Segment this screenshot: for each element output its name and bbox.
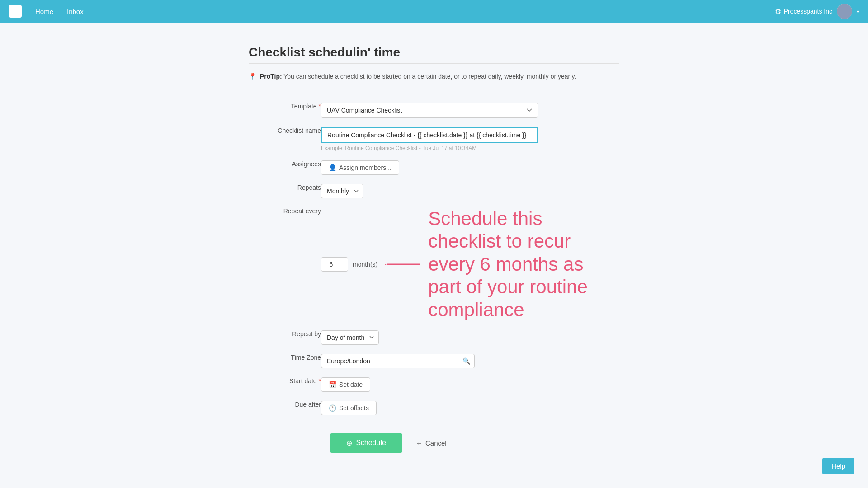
set-offsets-button[interactable]: 🕐 Set offsets [321,401,377,415]
checklist-name-input[interactable] [321,127,538,143]
navbar: Home Inbox ⚙ Processpants Inc ▾ [0,0,868,23]
repeat-every-input[interactable] [321,257,348,272]
repeat-by-input-cell: Day of month Day of week [321,326,619,349]
start-date-label: Start date [289,377,317,385]
due-after-row: Due after 🕐 Set offsets [249,396,619,420]
person-icon: 👤 [329,164,336,171]
cancel-label: Cancel [425,439,447,447]
template-label-cell: Template * [249,98,321,122]
repeat-every-unit: month(s) [353,261,377,268]
timezone-container: 🔍 [321,354,475,368]
due-after-label: Due after [295,401,321,408]
repeat-by-row: Repeat by Day of month Day of week [249,326,619,349]
repeats-label: Repeats [297,184,321,191]
timezone-label-cell: Time Zone [249,349,321,373]
company-icon: ⚙ [775,7,781,16]
checklist-name-example: Example: Routine Compliance Checklist - … [321,145,619,151]
schedule-button[interactable]: ⊕ Schedule [330,433,402,453]
due-after-input-cell: 🕐 Set offsets [321,396,619,420]
repeat-by-select[interactable]: Day of month Day of week [321,330,379,345]
repeat-every-input-cell: month(s) [321,203,619,326]
pro-tip-text: You can schedule a checklist to be start… [283,73,576,80]
schedule-label: Schedule [356,439,386,447]
repeats-select[interactable]: Monthly Never Daily Weekly Yearly [321,184,363,198]
repeat-by-label: Repeat by [292,330,321,338]
assign-members-button[interactable]: 👤 Assign members... [321,160,399,175]
timezone-input-cell: 🔍 [321,349,619,373]
user-avatar[interactable] [837,4,852,19]
repeat-every-label: Repeat every [283,207,321,215]
assign-btn-label: Assign members... [339,164,392,171]
company-name: Processpants Inc [784,8,832,15]
help-button[interactable]: Help [822,458,854,474]
company-name-area: ⚙ Processpants Inc [775,7,832,16]
repeat-every-annotation: month(s) [321,207,619,321]
user-dropdown-arrow[interactable]: ▾ [857,9,859,14]
main-content: Checklist schedulin' time 📍 ProTip: You … [231,23,637,475]
assignees-label: Assignees [292,160,321,168]
repeat-every-group: month(s) [321,257,377,272]
annotation-text: Schedule this checklist to recur every 6… [428,207,619,321]
template-select[interactable]: UAV Compliance Checklist [321,103,538,118]
calendar-icon: 📅 [329,381,336,388]
pro-tip: 📍 ProTip: You can schedule a checklist t… [249,73,619,80]
assignees-label-cell: Assignees [249,156,321,179]
template-label: Template [291,103,317,110]
set-date-button[interactable]: 📅 Set date [321,377,370,392]
checklist-name-row: Checklist name Example: Routine Complian… [249,122,619,156]
search-icon[interactable]: 🔍 [462,357,470,365]
template-input-cell: UAV Compliance Checklist [321,98,619,122]
schedule-icon: ⊕ [346,439,352,447]
repeat-every-label-cell: Repeat every [249,203,321,326]
assignees-row: Assignees 👤 Assign members... [249,156,619,179]
navbar-left: Home Inbox [9,5,84,18]
repeat-by-label-cell: Repeat by [249,326,321,349]
template-row: Template * UAV Compliance Checklist [249,98,619,122]
start-date-input-cell: 📅 Set date [321,373,619,396]
repeats-label-cell: Repeats [249,179,321,203]
page-title: Checklist schedulin' time [249,45,619,60]
repeat-every-row: Repeat every month(s) [249,203,619,326]
assignees-input-cell: 👤 Assign members... [321,156,619,179]
timezone-label: Time Zone [291,354,321,361]
timezone-row: Time Zone 🔍 [249,349,619,373]
timezone-input[interactable] [321,354,475,368]
repeats-input-cell: Monthly Never Daily Weekly Yearly [321,179,619,203]
nav-inbox[interactable]: Inbox [67,8,84,15]
app-logo[interactable] [9,5,22,18]
set-date-label: Set date [339,381,363,388]
start-date-label-cell: Start date * [249,373,321,396]
repeats-row: Repeats Monthly Never Daily Weekly Yearl… [249,179,619,203]
due-after-label-cell: Due after [249,396,321,420]
checklist-name-label: Checklist name [278,127,321,134]
navbar-right: ⚙ Processpants Inc ▾ [775,4,859,19]
start-date-row: Start date * 📅 Set date [249,373,619,396]
action-row: ⊕ Schedule ← Cancel [249,433,619,453]
cancel-button[interactable]: ← Cancel [416,439,447,447]
page-divider [249,63,619,64]
back-arrow-icon: ← [416,439,423,447]
form-table: Template * UAV Compliance Checklist Chec… [249,98,619,420]
nav-home[interactable]: Home [35,8,53,15]
pro-tip-label: ProTip: [260,73,282,80]
set-offsets-label: Set offsets [339,404,369,412]
checklist-name-label-cell: Checklist name [249,122,321,156]
checklist-name-input-cell: Example: Routine Compliance Checklist - … [321,122,619,156]
pro-tip-pin-icon: 📍 [249,73,256,80]
clock-icon: 🕐 [329,404,336,412]
pink-arrow-icon [385,258,421,271]
